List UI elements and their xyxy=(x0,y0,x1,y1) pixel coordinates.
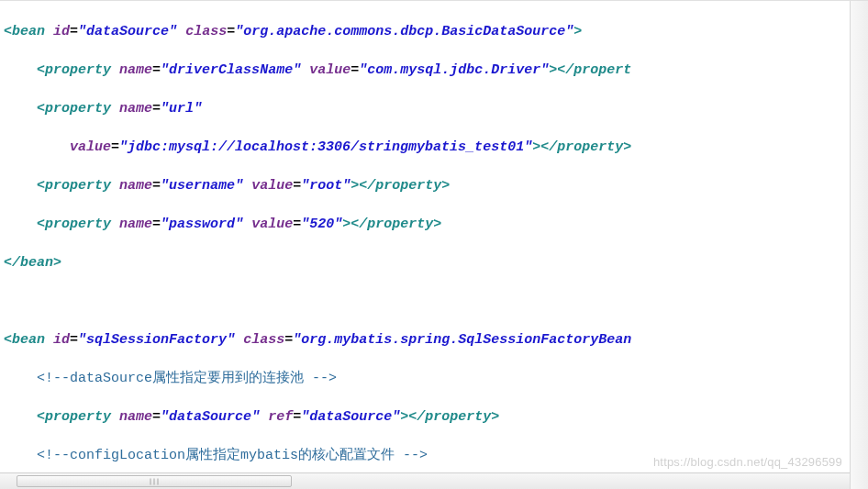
vertical-scrollbar-gutter xyxy=(850,1,868,489)
editor-viewport: <bean id="dataSource" class="org.apache.… xyxy=(0,0,868,489)
code-editor[interactable]: <bean id="dataSource" class="org.apache.… xyxy=(0,1,850,472)
scrollbar-thumb[interactable] xyxy=(17,475,292,487)
watermark-text: https://blog.csdn.net/qq_43296599 xyxy=(653,455,842,469)
horizontal-scrollbar[interactable] xyxy=(0,472,850,489)
